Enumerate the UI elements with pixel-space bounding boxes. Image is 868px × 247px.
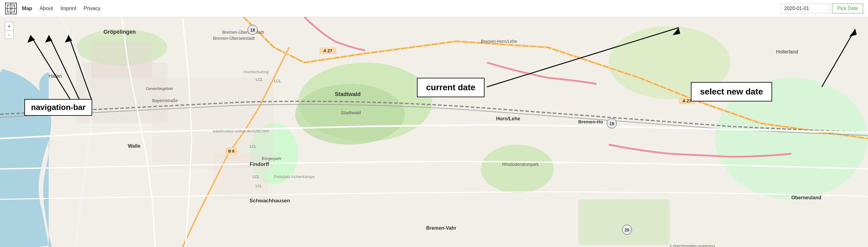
- navigation-bar-annotation-label: navigation-bar: [24, 99, 92, 116]
- svg-text:Oberneuland: Oberneuland: [791, 195, 822, 200]
- svg-text:Parkplatz Achterkämpe: Parkplatz Achterkämpe: [274, 174, 315, 179]
- svg-text:Hochschulring: Hochschulring: [244, 70, 269, 74]
- nav-link-map[interactable]: Map: [22, 5, 32, 11]
- svg-text:LCL: LCL: [253, 175, 259, 179]
- navigation-bar: Map About Imprint Privacy Pick Date: [0, 0, 868, 17]
- map-container[interactable]: A 27 A 27 B 6 Gröpelingen Hafen Stadtwal…: [0, 17, 868, 247]
- nav-link-privacy[interactable]: Privacy: [83, 5, 100, 11]
- svg-text:Bremen-Überseestadt: Bremen-Überseestadt: [213, 36, 255, 41]
- zoom-in-button[interactable]: +: [5, 22, 13, 30]
- svg-rect-17: [91, 41, 152, 78]
- svg-text:Bremen-Ho: Bremen-Ho: [578, 119, 603, 124]
- svg-text:Hollerland: Hollerland: [776, 49, 798, 55]
- svg-text:20: 20: [624, 227, 629, 233]
- zoom-controls: + -: [5, 22, 13, 39]
- app-logo: [5, 2, 17, 14]
- date-section: Pick Date: [781, 4, 863, 13]
- svg-text:© OpenStreetMap contributors: © OpenStreetMap contributors: [670, 244, 715, 247]
- current-date-annotation-label: current date: [417, 78, 485, 97]
- svg-text:Bürgerpark: Bürgerpark: [262, 156, 281, 161]
- svg-text:A 27: A 27: [682, 99, 691, 103]
- svg-text:Gewerbegebiet: Gewerbegebiet: [146, 86, 173, 91]
- svg-text:Bremen-Horn/Lehe: Bremen-Horn/Lehe: [481, 39, 517, 44]
- nav-links: Map About Imprint Privacy: [22, 5, 781, 11]
- svg-text:Stadtwald: Stadtwald: [341, 110, 361, 115]
- svg-text:Schwachhausen: Schwachhausen: [250, 198, 290, 204]
- select-date-annotation-label: select new date: [691, 82, 772, 102]
- svg-text:Bayernstraße: Bayernstraße: [152, 98, 178, 103]
- svg-rect-14: [578, 199, 670, 245]
- current-date-input[interactable]: [781, 4, 830, 13]
- svg-text:Horn/Lehe: Horn/Lehe: [496, 116, 520, 121]
- svg-text:Rhododendronpark: Rhododendronpark: [502, 162, 539, 167]
- svg-text:18: 18: [250, 28, 255, 33]
- svg-text:Bremen-Vahr: Bremen-Vahr: [426, 225, 457, 231]
- svg-text:A 27: A 27: [323, 48, 332, 53]
- svg-text:LCL: LCL: [250, 144, 256, 148]
- svg-point-10: [481, 145, 554, 193]
- svg-text:LCL: LCL: [274, 79, 281, 83]
- svg-text:Walle: Walle: [128, 143, 140, 148]
- svg-text:Findorff: Findorff: [250, 161, 269, 167]
- svg-rect-18: [213, 154, 268, 199]
- svg-text:Stadtwald: Stadtwald: [335, 91, 361, 97]
- nav-link-imprint[interactable]: Imprint: [60, 5, 76, 11]
- svg-text:B 6: B 6: [228, 149, 234, 153]
- zoom-out-button[interactable]: -: [5, 30, 13, 39]
- svg-text:19: 19: [609, 121, 614, 126]
- pick-date-button[interactable]: Pick Date: [832, 4, 863, 13]
- svg-text:Bremen-Überseestadt: Bremen-Überseestadt: [222, 30, 264, 35]
- nav-link-about[interactable]: About: [39, 5, 53, 11]
- svg-text:Hafen: Hafen: [49, 73, 62, 79]
- svg-text:LCL: LCL: [256, 184, 262, 188]
- svg-text:LCL: LCL: [256, 77, 263, 82]
- svg-text:Gröpelingen: Gröpelingen: [103, 29, 136, 35]
- svg-text:tobahnatlas-online.de/A282.htm: tobahnatlas-online.de/A282.htm: [213, 129, 269, 133]
